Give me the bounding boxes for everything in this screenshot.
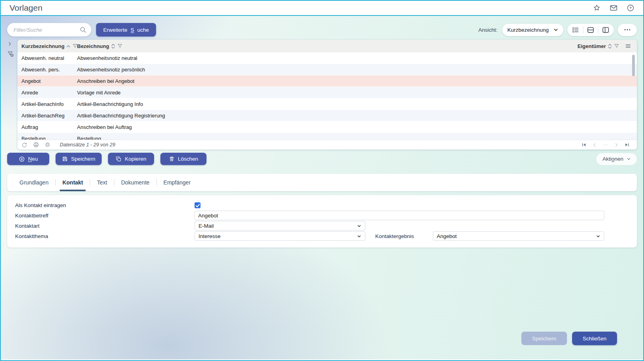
- page-title: Vorlagen: [10, 3, 42, 13]
- first-page-icon[interactable]: [581, 142, 587, 148]
- more-options-button[interactable]: [618, 24, 637, 36]
- table-row[interactable]: Abwesenh. neutral Abwesenheitsnotiz neut…: [17, 52, 637, 64]
- column-label: Bezeichnung: [77, 43, 109, 49]
- split-vertical-view-icon[interactable]: [598, 24, 613, 36]
- field-label-kontaktbetreff: Kontaktbetreff: [15, 213, 195, 219]
- table-row-selected[interactable]: Angebot Anschreiben bei Angebot: [17, 75, 637, 87]
- sort-asc-icon: [66, 45, 70, 48]
- favorite-star-icon[interactable]: [593, 4, 601, 12]
- column-header-eigentuemer[interactable]: Eigentümer: [577, 43, 619, 49]
- cell-kurzbezeichnung: Artikel-BenachReg: [17, 113, 77, 119]
- prev-page-icon[interactable]: [592, 142, 597, 148]
- form-row: Kontaktthema Interesse Kontaktergebnis A…: [15, 231, 629, 241]
- form-row: Kontaktart E-Mail: [15, 221, 629, 231]
- kontaktthema-value: Interesse: [199, 233, 221, 239]
- table-row[interactable]: Artikel-BenachInfo Artikel-Benachrichtig…: [17, 98, 637, 110]
- table-row[interactable]: Auftrag Anschreiben bei Auftrag: [17, 121, 637, 133]
- cell-kurzbezeichnung: Angebot: [17, 78, 77, 84]
- copy-button[interactable]: Kopieren: [108, 153, 154, 165]
- table-row[interactable]: Anrede Vorlage mit Anrede: [17, 87, 637, 98]
- actions-label-pre: Akti: [602, 156, 611, 162]
- tab-empfaenger[interactable]: Empfänger: [157, 174, 197, 191]
- actions-menu-button[interactable]: Aktionen: [596, 153, 637, 165]
- filter-funnel-icon[interactable]: [117, 43, 123, 49]
- table-footer: ⚙ Datensätze 1 - 29 von 29: [17, 140, 637, 150]
- cell-bezeichnung: Abwesenheitsnotiz neutral: [77, 55, 619, 61]
- split-horizontal-view-icon[interactable]: [583, 24, 598, 36]
- table-vertical-scrollbar[interactable]: [632, 55, 635, 76]
- tab-label: Text: [97, 179, 107, 186]
- detail-tabs: Grundlagen Kontakt Text Dokumente Empfän…: [7, 174, 637, 191]
- expand-panel-chevron-icon[interactable]: [7, 41, 12, 46]
- trash-icon: [169, 156, 175, 162]
- view-label: Ansicht:: [478, 27, 497, 33]
- view-select-dropdown[interactable]: Kurzbezeichnung: [502, 24, 563, 36]
- table-header: Kurzbezeichnung Bezeichnung: [17, 40, 637, 52]
- dialog-save-button[interactable]: Speichern: [521, 332, 567, 345]
- titlebar: Vorlagen ?: [1, 1, 643, 16]
- tab-label: Kontakt: [62, 179, 83, 186]
- save-floppy-icon: [62, 156, 68, 162]
- cell-bezeichnung: Abwesenheitsnotiz persönlich: [77, 67, 619, 73]
- form-row: Als Kontakt eintragen: [15, 200, 629, 210]
- new-label-key: N: [28, 156, 32, 162]
- field-label-kontaktthema: Kontaktthema: [15, 233, 195, 239]
- tab-grundlagen[interactable]: Grundlagen: [13, 174, 55, 191]
- kontaktart-select[interactable]: E-Mail: [195, 221, 365, 230]
- kontaktergebnis-value: Angebot: [437, 233, 457, 239]
- als-kontakt-eintragen-checkbox[interactable]: [195, 202, 201, 208]
- refresh-icon[interactable]: [21, 142, 27, 148]
- filter-funnel-icon[interactable]: [614, 43, 619, 49]
- delete-button[interactable]: Löschen: [160, 153, 206, 165]
- last-page-icon[interactable]: [624, 142, 630, 148]
- dialog-buttons: Speichern Schließen: [521, 332, 617, 345]
- column-label: Kurzbezeichnung: [21, 43, 64, 49]
- tab-text[interactable]: Text: [90, 174, 114, 191]
- cell-kurzbezeichnung: Bestellung: [17, 136, 77, 140]
- toolbar: Erweiterte Suche Ansicht: Kurzbezeichnun…: [7, 16, 637, 36]
- table-section: Kurzbezeichnung Bezeichnung: [7, 40, 637, 150]
- view-controls: Ansicht: Kurzbezeichnung: [478, 24, 637, 36]
- field-label-als-kontakt-eintragen: Als Kontakt eintragen: [15, 202, 195, 208]
- cell-bezeichnung: Artikel-Benachrichtigung Info: [77, 101, 619, 107]
- advanced-search-label-key: S: [131, 27, 134, 33]
- table-row[interactable]: Bestellung Bestellung: [17, 133, 637, 140]
- actions-label-post: nen: [614, 156, 623, 162]
- new-button[interactable]: Neu: [7, 153, 49, 165]
- cell-bezeichnung: Bestellung: [77, 136, 619, 140]
- tab-dokumente[interactable]: Dokumente: [114, 174, 156, 191]
- save-button[interactable]: Speichern: [56, 153, 102, 165]
- kontaktbetreff-input[interactable]: [195, 211, 604, 220]
- advanced-search-label-pre: Erweiterte: [103, 27, 127, 33]
- advanced-search-label-post: uche: [137, 27, 149, 33]
- dialog-close-button[interactable]: Schließen: [572, 332, 617, 345]
- list-view-icon[interactable]: [568, 24, 583, 36]
- cell-bezeichnung: Anschreiben bei Angebot: [77, 78, 619, 84]
- save-label: Speichern: [71, 156, 95, 162]
- chevron-down-icon: [596, 234, 600, 238]
- advanced-search-button[interactable]: Erweiterte Suche: [96, 23, 156, 36]
- gear-icon[interactable]: ⚙: [45, 142, 50, 148]
- kontaktthema-select[interactable]: Interesse: [195, 231, 365, 241]
- field-label-kontaktergebnis: Kontaktergebnis: [375, 233, 433, 239]
- titlebar-icons: ?: [593, 4, 634, 12]
- table-row[interactable]: Abwesenh. pers. Abwesenheitsnotiz persön…: [17, 64, 637, 75]
- cell-kurzbezeichnung: Artikel-BenachInfo: [17, 101, 77, 107]
- table-row[interactable]: Artikel-BenachReg Artikel-Benachrichtigu…: [17, 110, 637, 121]
- chevron-down-icon: [627, 157, 631, 161]
- chevron-down-icon: [553, 27, 558, 32]
- help-icon[interactable]: ?: [627, 4, 634, 12]
- column-header-bezeichnung[interactable]: Bezeichnung: [77, 43, 577, 49]
- kontaktergebnis-select[interactable]: Angebot: [433, 231, 604, 241]
- tab-kontakt[interactable]: Kontakt: [56, 174, 90, 191]
- print-icon[interactable]: [33, 142, 39, 148]
- cell-kurzbezeichnung: Anrede: [17, 90, 77, 96]
- side-rail: [7, 40, 17, 150]
- next-page-icon[interactable]: [614, 142, 619, 148]
- column-header-kurzbezeichnung[interactable]: Kurzbezeichnung: [17, 43, 77, 49]
- search-input[interactable]: [7, 23, 91, 36]
- filter-presets-icon[interactable]: [7, 50, 14, 58]
- pages-ellipsis-icon[interactable]: [602, 142, 609, 148]
- table-menu-icon[interactable]: [619, 43, 637, 49]
- mail-envelope-icon[interactable]: [609, 4, 618, 12]
